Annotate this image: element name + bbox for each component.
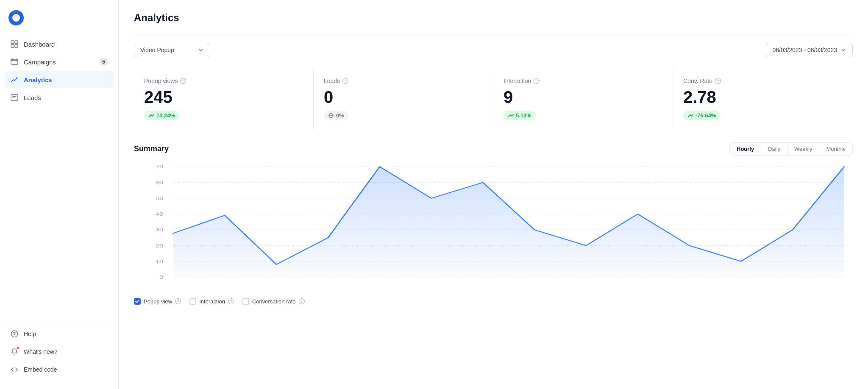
tab-daily[interactable]: Daily	[761, 143, 787, 155]
sidebar-item-help[interactable]: Help	[5, 325, 113, 342]
metric-value-popup-views: 245	[144, 88, 303, 106]
legend-conversation-rate-help[interactable]: ?	[299, 298, 305, 304]
metric-value-interaction: 9	[504, 88, 662, 106]
sidebar-item-label-help: Help	[24, 331, 36, 337]
sidebar-item-whats-new[interactable]: What's new?	[5, 343, 113, 360]
popup-type-value: Video Popup	[140, 47, 174, 53]
metric-badge-interaction: 5.13%	[504, 111, 536, 120]
metric-label-leads: Leads ?	[324, 78, 483, 84]
svg-rect-1	[15, 41, 18, 44]
metric-label-conv-rate: Conv. Rate ?	[683, 78, 843, 84]
svg-point-5	[17, 78, 18, 79]
chart-fill-area	[173, 167, 844, 277]
svg-text:70: 70	[156, 164, 164, 169]
popup-type-select[interactable]: Video Popup	[134, 43, 210, 57]
divider	[134, 34, 853, 34]
metric-badge-conv-rate: -76.64%	[683, 111, 720, 120]
notification-dot	[17, 347, 19, 350]
legend-interaction: Interaction ?	[189, 298, 234, 305]
tab-hourly[interactable]: Hourly	[730, 143, 761, 155]
svg-rect-2	[11, 44, 14, 47]
sidebar-item-label-dashboard: Dashboard	[24, 41, 55, 48]
svg-rect-6	[11, 94, 18, 100]
metric-badge-leads: 0%	[324, 111, 348, 120]
legend-label-conversation-rate: Conversation rate	[252, 298, 296, 305]
dashboard-icon	[10, 40, 19, 48]
chart-legend: Popup view ? Interaction ? Conversation …	[134, 295, 853, 305]
sidebar: Dashboard Campaigns 5 Analytics	[0, 0, 119, 389]
sidebar-item-label-campaigns: Campaigns	[24, 58, 56, 66]
sidebar-item-label-embed-code: Embed code	[24, 366, 57, 373]
sidebar-item-label-whats-new: What's new?	[24, 348, 58, 355]
metric-card-conv-rate: Conv. Rate ? 2.78 -76.64%	[673, 69, 853, 129]
legend-checkbox-popup-view[interactable]	[134, 298, 141, 305]
sidebar-item-dashboard[interactable]: Dashboard	[5, 36, 113, 53]
sidebar-item-embed-code[interactable]: Embed code	[5, 361, 113, 378]
sidebar-bottom: Help What's new? Embed code	[0, 322, 118, 382]
legend-label-popup-view: Popup view	[144, 298, 172, 305]
svg-rect-3	[15, 44, 18, 47]
legend-conversation-rate: Conversation rate ?	[242, 298, 305, 305]
metric-label-interaction: Interaction ?	[504, 78, 662, 84]
summary-chart: 70 60 50 40 30 20 10 0	[134, 162, 853, 289]
summary-header: Summary Hourly Daily Weekly Monthly	[134, 142, 853, 156]
summary-section: Summary Hourly Daily Weekly Monthly	[134, 142, 853, 305]
page-title: Analytics	[134, 12, 853, 24]
app-logo	[8, 10, 24, 25]
time-tabs: Hourly Daily Weekly Monthly	[729, 142, 853, 156]
summary-title: Summary	[134, 144, 169, 153]
campaigns-badge: 5	[99, 58, 108, 66]
campaigns-icon	[10, 58, 19, 66]
svg-rect-4	[11, 59, 18, 64]
metric-card-leads: Leads ? 0 0%	[314, 69, 493, 129]
metric-value-leads: 0	[324, 88, 483, 106]
logo-inner	[12, 14, 20, 22]
leads-icon	[10, 93, 19, 102]
bell-icon	[10, 347, 19, 356]
legend-checkbox-conversation-rate[interactable]	[242, 298, 249, 305]
legend-checkbox-interaction[interactable]	[189, 298, 196, 305]
logo-container	[0, 7, 118, 36]
svg-text:30: 30	[156, 227, 164, 233]
main-content: Analytics Video Popup 06/03/2023 - 06/03…	[119, 0, 868, 389]
analytics-icon	[10, 75, 19, 84]
help-icon	[10, 330, 19, 338]
metrics-row: Popup views ? 245 13.24% Leads ? 0 0%	[134, 69, 853, 129]
code-icon	[10, 365, 19, 374]
conv-rate-help-icon[interactable]: ?	[715, 78, 721, 84]
metric-card-interaction: Interaction ? 9 5.13%	[493, 69, 673, 129]
sidebar-item-label-analytics: Analytics	[24, 76, 52, 83]
sidebar-nav: Dashboard Campaigns 5 Analytics	[0, 36, 118, 322]
tab-monthly[interactable]: Monthly	[819, 143, 852, 155]
sidebar-item-campaigns[interactable]: Campaigns 5	[5, 53, 113, 70]
legend-popup-view-help[interactable]: ?	[175, 298, 181, 304]
svg-text:20: 20	[156, 243, 164, 248]
svg-text:50: 50	[156, 196, 164, 201]
metric-value-conv-rate: 2.78	[683, 88, 843, 106]
sidebar-item-leads[interactable]: Leads	[5, 89, 113, 106]
svg-text:40: 40	[156, 211, 164, 217]
legend-popup-view: Popup view ?	[134, 298, 181, 305]
metric-badge-popup-views: 13.24%	[144, 111, 179, 120]
chart-container: 70 60 50 40 30 20 10 0	[134, 162, 853, 289]
svg-text:0: 0	[159, 275, 163, 280]
sidebar-item-label-leads: Leads	[24, 94, 41, 101]
svg-point-8	[14, 336, 15, 336]
metric-label-popup-views: Popup views ?	[144, 78, 303, 84]
date-range-select[interactable]: 06/03/2023 - 06/03/2023	[766, 43, 853, 57]
svg-text:60: 60	[156, 180, 164, 185]
tab-weekly[interactable]: Weekly	[787, 143, 819, 155]
leads-help-icon[interactable]: ?	[342, 78, 348, 84]
sidebar-item-analytics[interactable]: Analytics	[5, 71, 113, 88]
legend-label-interaction: Interaction	[199, 298, 225, 305]
metric-card-popup-views: Popup views ? 245 13.24%	[134, 69, 314, 129]
interaction-help-icon[interactable]: ?	[534, 78, 540, 84]
date-range-value: 06/03/2023 - 06/03/2023	[772, 47, 837, 53]
svg-rect-0	[11, 41, 14, 44]
legend-interaction-help[interactable]: ?	[228, 298, 234, 304]
filters-row: Video Popup 06/03/2023 - 06/03/2023	[134, 43, 853, 57]
popup-views-help-icon[interactable]: ?	[180, 78, 186, 84]
svg-text:10: 10	[156, 259, 164, 264]
